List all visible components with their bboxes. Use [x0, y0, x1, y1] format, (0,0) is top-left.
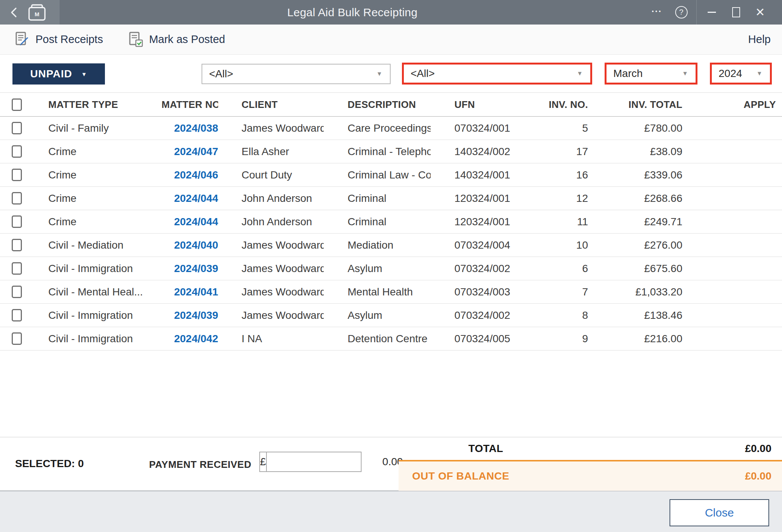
close-button[interactable]: Close [670, 499, 769, 526]
matter-no-link[interactable]: 2024/039 [174, 263, 218, 274]
select-all-checkbox[interactable] [12, 98, 22, 111]
matter-no-link[interactable]: 2024/040 [174, 239, 218, 251]
ufn-cell: 070324/005 [431, 333, 521, 345]
total-row: TOTAL £0.00 [399, 437, 782, 460]
minimize-button[interactable] [700, 0, 724, 25]
payment-received-label: PAYMENT RECEIVED [149, 459, 251, 470]
filter-bar: UNPAID ▼ <All> ▼ <All> ▼ March ▼ 2024 ▼ [0, 55, 782, 92]
column-header-matter-no[interactable]: MATTER NO. [162, 99, 218, 111]
inv-no-cell: 11 [521, 216, 588, 228]
inv-no-cell: 9 [521, 333, 588, 345]
matter-no-link[interactable]: 2024/046 [174, 169, 218, 181]
row-checkbox[interactable] [12, 286, 22, 298]
inv-no-cell: 16 [521, 169, 588, 181]
column-header-ufn[interactable]: UFN [431, 99, 521, 111]
maximize-button[interactable] [724, 0, 748, 25]
table-row: Civil - Mental Heal...2024/041James Wood… [0, 280, 782, 304]
matter-no-link[interactable]: 2024/042 [174, 333, 218, 344]
client-cell: James Woodward [218, 286, 324, 298]
selected-count: 0 [78, 458, 84, 469]
column-header-inv-no[interactable]: INV. NO. [521, 99, 588, 111]
matter-no-link[interactable]: 2024/039 [174, 309, 218, 321]
filter-dropdown-all-2[interactable]: <All> ▼ [402, 63, 592, 85]
matter-type-cell: Civil - Immigration [33, 333, 162, 345]
chevron-down-icon: ▼ [81, 71, 87, 77]
row-checkbox[interactable] [12, 309, 22, 321]
row-checkbox[interactable] [12, 215, 22, 228]
year-dropdown[interactable]: 2024 ▼ [710, 63, 772, 85]
inv-total-cell: £1,033.20 [588, 286, 682, 298]
table-body: Civil - Family2024/038James WoodwardCare… [0, 117, 782, 351]
table-row: Crime2024/047Ella AsherCriminal - Teleph… [0, 140, 782, 163]
row-checkbox[interactable] [12, 122, 22, 134]
table-row: Civil - Immigration2024/039James Woodwar… [0, 257, 782, 280]
matter-type-cell: Civil - Family [33, 122, 162, 134]
total-value: £0.00 [745, 443, 782, 455]
description-cell: Criminal Law - Co... [324, 169, 431, 181]
column-header-inv-total[interactable]: INV. TOTAL [588, 99, 682, 111]
more-options-button[interactable]: ••• [645, 0, 669, 25]
matter-type-cell: Crime [33, 192, 162, 204]
ufn-cell: 120324/001 [431, 216, 521, 228]
client-cell: James Woodward [218, 122, 324, 134]
titlebar: M Legal Aid Bulk Receipting ••• ? ✕ [0, 0, 782, 25]
table-row: Civil - Family2024/038James WoodwardCare… [0, 117, 782, 140]
matter-no-link[interactable]: 2024/044 [174, 192, 218, 204]
column-header-client[interactable]: CLIENT [218, 99, 324, 111]
client-cell: James Woodward [218, 263, 324, 275]
client-cell: John Anderson [218, 216, 324, 228]
column-header-description[interactable]: DESCRIPTION [324, 99, 431, 111]
matter-type-cell: Crime [33, 216, 162, 228]
titlebar-nav-section: M [0, 0, 60, 25]
column-header-apply[interactable]: APPLY [682, 99, 782, 111]
question-mark-icon: ? [675, 6, 688, 18]
row-checkbox[interactable] [12, 332, 22, 345]
row-checkbox[interactable] [12, 145, 22, 158]
matter-type-cell: Civil - Immigration [33, 263, 162, 275]
inv-no-cell: 8 [521, 309, 588, 321]
inv-no-cell: 17 [521, 146, 588, 158]
row-checkbox[interactable] [12, 239, 22, 251]
matter-no-link[interactable]: 2024/041 [174, 286, 218, 298]
matter-folder-icon[interactable]: M [26, 3, 48, 22]
matter-no-link[interactable]: 2024/038 [174, 122, 218, 134]
mark-as-posted-button[interactable]: Mark as Posted [128, 31, 225, 48]
minimize-icon [708, 12, 716, 13]
ufn-cell: 070324/002 [431, 263, 521, 275]
toolbar-help-link[interactable]: Help [748, 33, 771, 46]
inv-total-cell: £138.46 [588, 309, 682, 321]
status-filter-label: UNPAID [30, 68, 72, 80]
inv-no-cell: 5 [521, 122, 588, 134]
inv-total-cell: £249.71 [588, 216, 682, 228]
row-checkbox[interactable] [12, 262, 22, 275]
matter-no-link[interactable]: 2024/047 [174, 146, 218, 157]
post-receipts-button[interactable]: Post Receipts [14, 31, 103, 48]
matter-no-link[interactable]: 2024/044 [174, 216, 218, 228]
filter-dropdown-all-1[interactable]: <All> ▼ [202, 64, 391, 84]
description-cell: Detention Centre ... [324, 333, 431, 345]
column-header-matter-type[interactable]: MATTER TYPE [33, 99, 162, 111]
back-button[interactable] [8, 6, 20, 19]
out-of-balance-row: OUT OF BALANCE £0.00 [399, 461, 782, 491]
status-filter-dropdown[interactable]: UNPAID ▼ [12, 63, 105, 85]
window-title: Legal Aid Bulk Receipting [60, 0, 645, 25]
ufn-cell: 070324/001 [431, 122, 521, 134]
table-row: Civil - Immigration2024/039James Woodwar… [0, 304, 782, 327]
year-dropdown-value: 2024 [719, 68, 742, 80]
payment-received-input[interactable] [267, 452, 408, 471]
titlebar-divider [696, 0, 697, 25]
ufn-cell: 070324/002 [431, 309, 521, 321]
inv-total-cell: £339.06 [588, 169, 682, 181]
month-dropdown[interactable]: March ▼ [605, 63, 697, 85]
help-icon-button[interactable]: ? [669, 0, 693, 25]
chevron-down-icon: ▼ [682, 70, 688, 77]
row-checkbox[interactable] [12, 169, 22, 181]
close-window-button[interactable]: ✕ [748, 0, 772, 25]
back-chevron-icon [8, 6, 20, 19]
inv-total-cell: £675.60 [588, 263, 682, 275]
description-cell: Criminal [324, 192, 431, 204]
ufn-cell: 140324/001 [431, 169, 521, 181]
row-checkbox[interactable] [12, 192, 22, 204]
window-controls: ••• ? ✕ [645, 0, 782, 25]
client-cell: John Anderson [218, 192, 324, 204]
